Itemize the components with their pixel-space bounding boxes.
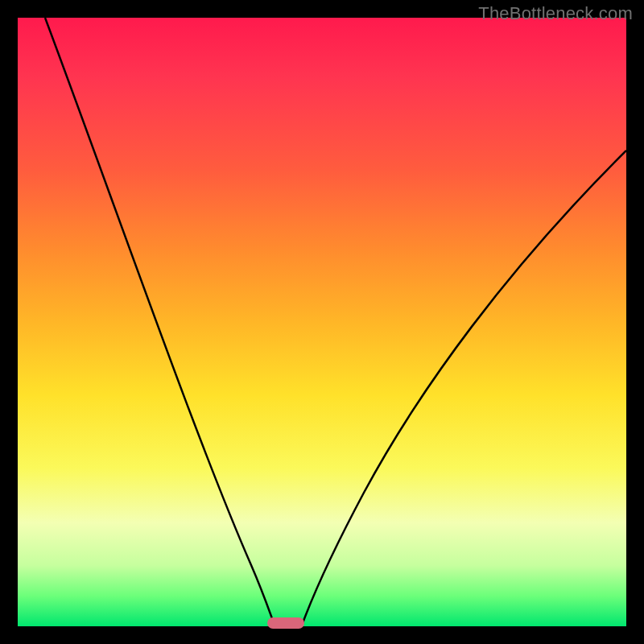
bottleneck-curves xyxy=(18,18,626,626)
bottleneck-marker xyxy=(267,617,304,629)
right-curve xyxy=(303,151,626,623)
chart-frame xyxy=(18,18,626,626)
watermark-text: TheBottleneck.com xyxy=(478,3,633,24)
left-curve xyxy=(45,18,274,623)
